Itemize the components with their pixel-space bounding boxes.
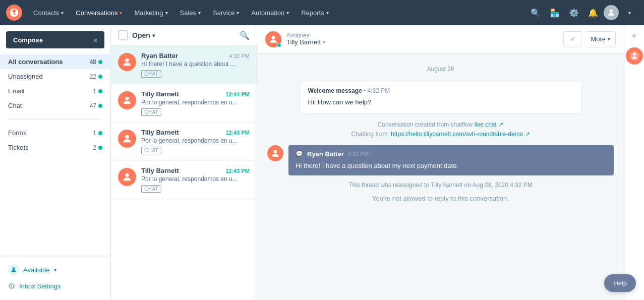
user-avatar[interactable] — [604, 5, 619, 20]
settings-icon-button[interactable]: ⚙️ — [565, 4, 582, 21]
reassign-system-message: This thread was reassigned to Tilly Barn… — [267, 182, 614, 189]
avatar — [118, 91, 136, 109]
unread-dot — [98, 104, 102, 108]
conversation-item[interactable]: Ryan Batter 4:32 PM Hi there! I have a q… — [111, 46, 257, 84]
chevron-down-icon: ▾ — [237, 10, 239, 16]
conversation-item[interactable]: Tilly Barnett 12:43 PM Por lo general, r… — [111, 123, 257, 161]
nav-sales[interactable]: Sales ▾ — [175, 6, 206, 20]
svg-point-5 — [125, 97, 129, 100]
unread-dot — [98, 89, 102, 93]
select-all-checkbox[interactable] — [118, 30, 128, 40]
svg-point-7 — [125, 173, 129, 177]
conversation-list: Open ▾ 🔍 Ryan Batter 4:32 PM Hi there! I… — [111, 25, 257, 300]
chevron-down-icon: ▾ — [608, 36, 610, 42]
conv-content: Tilly Barnett 12:43 PM Por lo general, r… — [141, 167, 250, 193]
unread-dot — [98, 60, 102, 64]
conversation-item[interactable]: Tilly Barnett 12:44 PM Por lo general, r… — [111, 84, 257, 123]
chat-header: Assignee Tilly Barnett ▾ ✓ More ▾ — [257, 25, 624, 53]
conv-content: Tilly Barnett 12:44 PM Por lo general, r… — [141, 90, 250, 116]
search-icon-button[interactable]: 🔍 — [527, 4, 544, 21]
nav-contacts[interactable]: Contacts ▾ — [28, 6, 69, 20]
chat-panel: Assignee Tilly Barnett ▾ ✓ More ▾ August… — [257, 25, 624, 300]
help-button[interactable]: Help — [604, 274, 636, 292]
chatflow-info: Conversation created from chatflow live … — [267, 120, 614, 139]
nav-service[interactable]: Service ▾ — [208, 6, 244, 20]
welcome-message-bubble: Welcome message • 4:32 PM Hi! How can we… — [300, 81, 582, 114]
nav-automation[interactable]: Automation ▾ — [246, 6, 294, 20]
chevron-down-icon: ▾ — [54, 267, 56, 273]
sidebar-divider — [8, 119, 102, 119]
chevron-down-icon: ▾ — [326, 10, 329, 16]
sidebar-nav: All conversations 48 Unassigned 22 Email… — [0, 48, 110, 257]
notifications-icon-button[interactable]: 🔔 — [584, 4, 602, 21]
avatar — [118, 168, 136, 186]
sidebar-item-forms[interactable]: Forms 1 — [0, 126, 110, 140]
svg-point-11 — [633, 53, 636, 56]
unread-dot — [98, 131, 102, 135]
chevron-down-icon: ▾ — [61, 10, 64, 16]
user-message-row: 💬 Ryan Batter 4:32 PM Hi there! I have a… — [267, 145, 614, 176]
nav-icon-group: 🔍 🏪 ⚙️ 🔔 ▾ — [527, 4, 638, 21]
avatar — [118, 130, 136, 148]
unread-dot — [98, 146, 102, 150]
sidebar-item-unassigned[interactable]: Unassigned 22 — [0, 69, 110, 84]
svg-point-4 — [125, 58, 129, 62]
sidebar-section-secondary: Forms 1 Tickets 2 — [0, 124, 110, 157]
open-filter-button[interactable]: Open ▾ — [132, 31, 155, 39]
nav-reports[interactable]: Reports ▾ — [296, 6, 334, 20]
more-actions-button[interactable]: More ▾ — [586, 31, 616, 47]
nav-conversations[interactable]: Conversations ▾ — [71, 6, 127, 20]
search-conversations-button[interactable]: 🔍 — [240, 31, 250, 40]
resolve-check-button[interactable]: ✓ — [563, 31, 581, 47]
hubspot-orb-button[interactable] — [626, 47, 643, 65]
svg-point-9 — [274, 150, 277, 153]
account-chevron[interactable]: ▾ — [621, 4, 638, 21]
right-collapse-button[interactable]: » — [632, 31, 636, 39]
conv-list-header: Open ▾ 🔍 — [111, 25, 257, 46]
double-chevron-icon: « — [93, 36, 97, 44]
chat-icon: 💬 — [296, 150, 303, 157]
avatar — [118, 53, 136, 71]
available-status-button[interactable]: Available ▾ — [8, 261, 102, 278]
date-divider: August 28 — [267, 66, 614, 73]
available-icon — [8, 264, 19, 275]
chevron-down-icon: ▾ — [120, 10, 122, 16]
svg-point-2 — [610, 10, 613, 13]
chatflow-url-link[interactable]: https://hello.tillybarnett.com/svh-round… — [391, 131, 530, 138]
user-message-avatar — [267, 145, 283, 161]
hubspot-logo[interactable] — [6, 5, 22, 21]
assignee-avatar — [265, 31, 281, 47]
assignee-info: Assignee Tilly Barnett ▾ — [286, 32, 558, 46]
chevron-down-icon: ▾ — [323, 39, 325, 45]
chevron-down-icon: ▾ — [165, 10, 168, 16]
chat-body: August 28 Welcome message • 4:32 PM Hi! … — [257, 53, 624, 300]
unread-dot — [98, 75, 102, 79]
sidebar-item-tickets[interactable]: Tickets 2 — [0, 140, 110, 155]
right-sidebar: » — [624, 25, 644, 300]
sidebar-item-all-conversations[interactable]: All conversations 48 — [0, 54, 110, 69]
sidebar-item-email[interactable]: Email 1 — [0, 84, 110, 98]
sidebar: Compose « All conversations 48 Unassigne… — [0, 25, 111, 300]
nav-marketing[interactable]: Marketing ▾ — [129, 6, 172, 20]
svg-point-6 — [125, 135, 129, 139]
inbox-settings-button[interactable]: ⚙ Inbox Settings — [8, 278, 102, 294]
no-reply-message: You're not allowed to reply to this conv… — [267, 195, 614, 202]
conv-content: Tilly Barnett 12:43 PM Por lo general, r… — [141, 129, 250, 154]
gear-icon: ⚙ — [8, 281, 15, 291]
svg-point-3 — [13, 267, 15, 270]
live-chat-link[interactable]: live chat ↗ — [475, 121, 503, 128]
conversation-item[interactable]: Tilly Barnett 12:43 PM Por lo general, r… — [111, 161, 257, 199]
chevron-down-icon: ▾ — [286, 10, 289, 16]
chevron-down-icon: ▾ — [152, 33, 155, 38]
top-navigation: Contacts ▾ Conversations ▾ Marketing ▾ S… — [0, 0, 644, 25]
sidebar-bottom: Available ▾ ⚙ Inbox Settings — [0, 257, 110, 300]
sidebar-section-main: All conversations 48 Unassigned 22 Email… — [0, 52, 110, 115]
marketplace-icon-button[interactable]: 🏪 — [546, 4, 563, 21]
chevron-down-icon: ▾ — [198, 10, 201, 16]
main-layout: Compose « All conversations 48 Unassigne… — [0, 25, 644, 300]
svg-point-1 — [14, 14, 15, 15]
compose-button[interactable]: Compose « — [6, 31, 104, 48]
chat-header-actions: ✓ More ▾ — [563, 31, 616, 47]
user-message-bubble: 💬 Ryan Batter 4:32 PM Hi there! I have a… — [288, 145, 614, 176]
sidebar-item-chat[interactable]: Chat 47 — [0, 98, 110, 113]
